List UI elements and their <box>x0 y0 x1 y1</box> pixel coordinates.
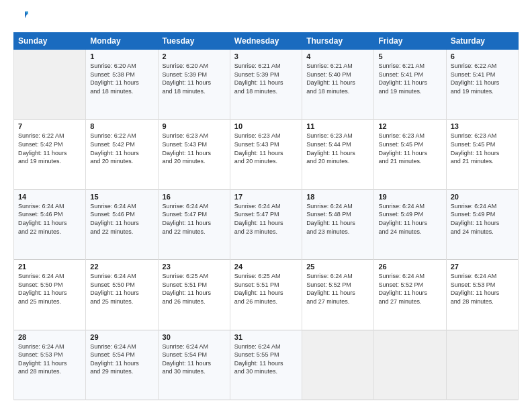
day-info: Sunrise: 6:24 AM Sunset: 5:50 PM Dayligh… <box>18 272 81 306</box>
calendar-cell: 3Sunrise: 6:21 AM Sunset: 5:39 PM Daylig… <box>230 50 302 120</box>
calendar-cell: 4Sunrise: 6:21 AM Sunset: 5:40 PM Daylig… <box>302 50 374 120</box>
day-number: 9 <box>163 122 226 130</box>
day-number: 16 <box>163 193 226 201</box>
day-number: 28 <box>18 333 81 341</box>
day-number: 1 <box>90 52 153 60</box>
day-info: Sunrise: 6:24 AM Sunset: 5:48 PM Dayligh… <box>306 202 369 236</box>
day-number: 12 <box>378 122 441 130</box>
day-info: Sunrise: 6:22 AM Sunset: 5:42 PM Dayligh… <box>90 132 153 165</box>
day-number: 7 <box>18 122 81 130</box>
calendar-cell: 26Sunrise: 6:24 AM Sunset: 5:52 PM Dayli… <box>374 260 446 330</box>
day-info: Sunrise: 6:23 AM Sunset: 5:45 PM Dayligh… <box>451 132 514 165</box>
day-info: Sunrise: 6:22 AM Sunset: 5:42 PM Dayligh… <box>18 132 81 165</box>
calendar-cell: 29Sunrise: 6:24 AM Sunset: 5:54 PM Dayli… <box>86 330 158 400</box>
day-info: Sunrise: 6:21 AM Sunset: 5:39 PM Dayligh… <box>234 62 298 95</box>
logo-icon <box>15 9 28 23</box>
calendar-week-1: 1Sunrise: 6:20 AM Sunset: 5:38 PM Daylig… <box>14 50 519 120</box>
day-info: Sunrise: 6:25 AM Sunset: 5:51 PM Dayligh… <box>163 272 226 306</box>
calendar-cell: 21Sunrise: 6:24 AM Sunset: 5:50 PM Dayli… <box>14 260 86 330</box>
calendar-cell: 30Sunrise: 6:24 AM Sunset: 5:54 PM Dayli… <box>158 330 230 400</box>
calendar-cell: 15Sunrise: 6:24 AM Sunset: 5:46 PM Dayli… <box>86 189 158 259</box>
day-info: Sunrise: 6:20 AM Sunset: 5:39 PM Dayligh… <box>163 62 226 95</box>
calendar-cell: 24Sunrise: 6:25 AM Sunset: 5:51 PM Dayli… <box>230 260 302 330</box>
calendar-cell: 18Sunrise: 6:24 AM Sunset: 5:48 PM Dayli… <box>302 189 374 259</box>
day-number: 20 <box>451 193 514 201</box>
day-info: Sunrise: 6:24 AM Sunset: 5:55 PM Dayligh… <box>234 342 298 376</box>
day-number: 3 <box>234 52 298 60</box>
day-number: 14 <box>18 193 81 201</box>
calendar-week-2: 7Sunrise: 6:22 AM Sunset: 5:42 PM Daylig… <box>14 120 519 189</box>
day-number: 21 <box>18 263 81 271</box>
calendar-cell <box>302 330 374 400</box>
day-info: Sunrise: 6:20 AM Sunset: 5:38 PM Dayligh… <box>90 62 153 95</box>
day-info: Sunrise: 6:23 AM Sunset: 5:43 PM Dayligh… <box>163 132 226 165</box>
calendar-cell: 1Sunrise: 6:20 AM Sunset: 5:38 PM Daylig… <box>86 50 158 120</box>
day-number: 5 <box>378 52 441 60</box>
day-info: Sunrise: 6:24 AM Sunset: 5:46 PM Dayligh… <box>90 202 153 236</box>
header-cell-friday: Friday <box>374 33 446 50</box>
calendar-cell <box>446 330 518 400</box>
day-number: 11 <box>306 122 369 130</box>
calendar-cell: 17Sunrise: 6:24 AM Sunset: 5:47 PM Dayli… <box>230 189 302 259</box>
header <box>13 11 519 26</box>
calendar-cell: 14Sunrise: 6:24 AM Sunset: 5:46 PM Dayli… <box>14 189 86 259</box>
calendar-cell <box>374 330 446 400</box>
day-info: Sunrise: 6:24 AM Sunset: 5:46 PM Dayligh… <box>18 202 81 236</box>
calendar-cell: 22Sunrise: 6:24 AM Sunset: 5:50 PM Dayli… <box>86 260 158 330</box>
day-number: 17 <box>234 193 298 201</box>
calendar-cell: 8Sunrise: 6:22 AM Sunset: 5:42 PM Daylig… <box>86 120 158 189</box>
day-info: Sunrise: 6:25 AM Sunset: 5:51 PM Dayligh… <box>234 272 298 306</box>
logo <box>13 11 28 26</box>
calendar-cell: 20Sunrise: 6:24 AM Sunset: 5:49 PM Dayli… <box>446 189 518 259</box>
calendar-cell: 6Sunrise: 6:22 AM Sunset: 5:41 PM Daylig… <box>446 50 518 120</box>
day-number: 4 <box>306 52 369 60</box>
day-info: Sunrise: 6:24 AM Sunset: 5:52 PM Dayligh… <box>306 272 369 306</box>
calendar-week-5: 28Sunrise: 6:24 AM Sunset: 5:53 PM Dayli… <box>14 330 519 400</box>
day-info: Sunrise: 6:21 AM Sunset: 5:40 PM Dayligh… <box>306 62 369 95</box>
day-info: Sunrise: 6:24 AM Sunset: 5:53 PM Dayligh… <box>451 272 514 306</box>
calendar-week-3: 14Sunrise: 6:24 AM Sunset: 5:46 PM Dayli… <box>14 189 519 259</box>
day-info: Sunrise: 6:24 AM Sunset: 5:54 PM Dayligh… <box>163 342 226 376</box>
page: SundayMondayTuesdayWednesdayThursdayFrid… <box>0 0 532 411</box>
day-number: 31 <box>234 333 298 341</box>
day-info: Sunrise: 6:24 AM Sunset: 5:52 PM Dayligh… <box>378 272 441 306</box>
calendar-cell: 12Sunrise: 6:23 AM Sunset: 5:45 PM Dayli… <box>374 120 446 189</box>
day-info: Sunrise: 6:23 AM Sunset: 5:45 PM Dayligh… <box>378 132 441 165</box>
day-info: Sunrise: 6:23 AM Sunset: 5:44 PM Dayligh… <box>306 132 369 165</box>
calendar-cell <box>14 50 86 120</box>
calendar-cell: 25Sunrise: 6:24 AM Sunset: 5:52 PM Dayli… <box>302 260 374 330</box>
day-number: 30 <box>163 333 226 341</box>
header-row: SundayMondayTuesdayWednesdayThursdayFrid… <box>14 33 519 50</box>
header-cell-sunday: Sunday <box>14 33 86 50</box>
day-info: Sunrise: 6:24 AM Sunset: 5:49 PM Dayligh… <box>378 202 441 236</box>
day-info: Sunrise: 6:24 AM Sunset: 5:47 PM Dayligh… <box>234 202 298 236</box>
day-number: 27 <box>451 263 514 271</box>
calendar-cell: 11Sunrise: 6:23 AM Sunset: 5:44 PM Dayli… <box>302 120 374 189</box>
day-number: 13 <box>451 122 514 130</box>
day-number: 15 <box>90 193 153 201</box>
header-cell-saturday: Saturday <box>446 33 518 50</box>
day-info: Sunrise: 6:24 AM Sunset: 5:47 PM Dayligh… <box>163 202 226 236</box>
calendar-week-4: 21Sunrise: 6:24 AM Sunset: 5:50 PM Dayli… <box>14 260 519 330</box>
day-number: 29 <box>90 333 153 341</box>
calendar-cell: 13Sunrise: 6:23 AM Sunset: 5:45 PM Dayli… <box>446 120 518 189</box>
calendar-cell: 27Sunrise: 6:24 AM Sunset: 5:53 PM Dayli… <box>446 260 518 330</box>
calendar-cell: 7Sunrise: 6:22 AM Sunset: 5:42 PM Daylig… <box>14 120 86 189</box>
header-cell-tuesday: Tuesday <box>158 33 230 50</box>
header-cell-thursday: Thursday <box>302 33 374 50</box>
header-cell-wednesday: Wednesday <box>230 33 302 50</box>
header-cell-monday: Monday <box>86 33 158 50</box>
calendar-header: SundayMondayTuesdayWednesdayThursdayFrid… <box>14 33 519 50</box>
day-info: Sunrise: 6:24 AM Sunset: 5:50 PM Dayligh… <box>90 272 153 306</box>
calendar-cell: 19Sunrise: 6:24 AM Sunset: 5:49 PM Dayli… <box>374 189 446 259</box>
day-number: 6 <box>451 52 514 60</box>
calendar-cell: 2Sunrise: 6:20 AM Sunset: 5:39 PM Daylig… <box>158 50 230 120</box>
calendar-cell: 23Sunrise: 6:25 AM Sunset: 5:51 PM Dayli… <box>158 260 230 330</box>
day-info: Sunrise: 6:24 AM Sunset: 5:54 PM Dayligh… <box>90 342 153 376</box>
day-number: 23 <box>163 263 226 271</box>
calendar-cell: 28Sunrise: 6:24 AM Sunset: 5:53 PM Dayli… <box>14 330 86 400</box>
day-info: Sunrise: 6:22 AM Sunset: 5:41 PM Dayligh… <box>451 62 514 95</box>
day-number: 8 <box>90 122 153 130</box>
calendar-cell: 9Sunrise: 6:23 AM Sunset: 5:43 PM Daylig… <box>158 120 230 189</box>
day-number: 10 <box>234 122 298 130</box>
